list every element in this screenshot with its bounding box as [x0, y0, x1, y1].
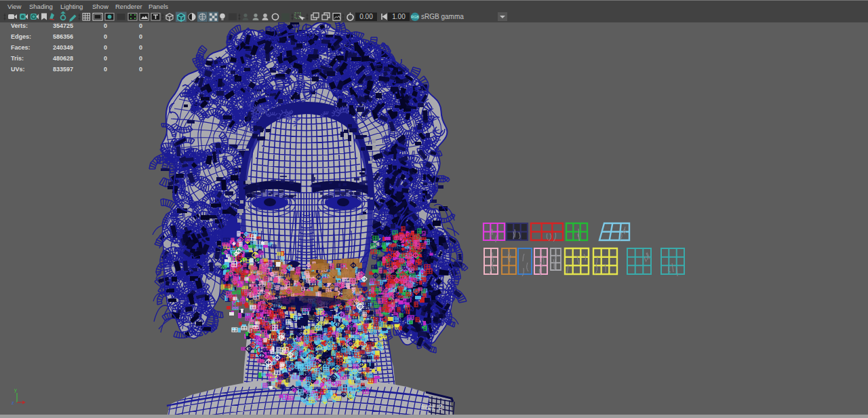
svg-text:1.00: 1.00 [392, 13, 406, 20]
svg-text:y: y [14, 387, 17, 393]
svg-text:z: z [12, 400, 14, 406]
svg-text:RGB: RGB [411, 15, 419, 19]
svg-text:0.00: 0.00 [359, 13, 373, 20]
